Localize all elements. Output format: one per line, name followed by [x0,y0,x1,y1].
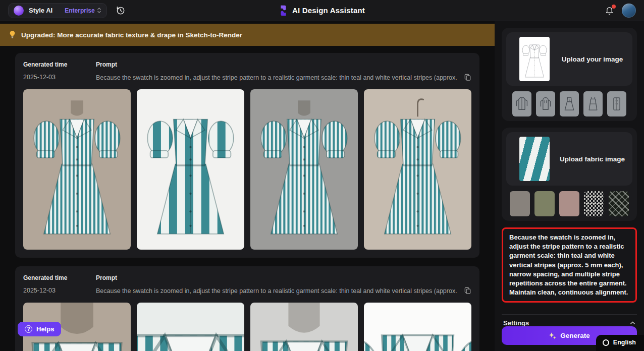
generated-time-label: Generated time [23,274,72,281]
generated-time-value: 2025-12-03 [23,287,72,294]
dress-render [137,303,244,351]
sidebar: Upload your image Upload fabric image Be… [495,21,644,351]
short-dress-sketch-thumbnail[interactable] [560,91,579,116]
notification-dot [612,5,616,9]
prompt-label: Prompt [96,61,471,68]
divider [502,314,637,315]
copy-icon [464,74,471,81]
black-white-check-thumbnail[interactable] [584,191,604,216]
upload-fabric-panel: Upload fabric image [502,128,637,221]
uploaded-fabric-thumbnail [519,137,550,181]
helps-label: Helps [36,325,54,333]
generated-image[interactable] [137,89,244,250]
topbar: Style AI Enterprise AI Design Assistant [0,0,644,21]
settings-label: Settings [503,319,529,327]
main-area: Upgraded: More accurate fabric texture &… [0,21,495,351]
plan-label: Enterprise [65,7,94,14]
history-button[interactable] [115,5,126,16]
generation-card: Generated time 2025-12-03 Prompt Because… [15,266,479,351]
copy-prompt-button[interactable] [464,287,471,295]
helps-button[interactable]: ? Helps [18,322,61,336]
card-header: Generated time 2025-12-03 Prompt Because… [23,274,471,295]
app-header: AI Design Assistant [279,0,365,21]
upload-image-panel: Upload your image [502,28,637,121]
language-selector[interactable]: English [596,335,644,351]
generated-time-value: 2025-12-03 [23,74,72,81]
page-title: AI Design Assistant [292,6,365,15]
cardigan-sketch-thumbnail[interactable] [607,91,626,116]
uploaded-sketch-thumbnail [519,37,550,81]
gray-knit-thumbnail[interactable] [510,191,530,216]
prompt-textarea[interactable]: Because the swatch is zoomed in, adjust … [502,227,637,303]
dress-render [364,303,471,351]
chevron-up-icon [630,321,635,325]
results-list: Generated time 2025-12-03 Prompt Because… [0,46,495,351]
generated-time-label: Generated time [23,61,72,68]
generate-label: Generate [560,332,590,339]
language-label: English [613,339,636,346]
generated-image[interactable] [137,303,244,351]
banner-text: Upgraded: More accurate fabric texture &… [21,31,242,39]
dress-render [137,89,244,250]
globe-icon [603,339,609,346]
prompt-text: Because the swatch is zoomed in, adjust … [509,233,629,297]
sage-crepe-thumbnail[interactable] [534,191,555,216]
plan-select[interactable]: Enterprise [65,7,101,14]
workspace-switcher[interactable]: Style AI Enterprise [8,3,107,18]
app-logo-icon [279,5,288,16]
fabric-samples-row [506,191,632,216]
dress-render [364,89,471,250]
dress-render [250,303,358,351]
dress-render [250,89,358,250]
prompt-preview: Because the swatch is zoomed in, adjust … [96,74,458,81]
upload-image-dropzone[interactable]: Upload your image [506,32,632,86]
question-icon: ? [25,325,32,333]
upload-image-label: Upload your image [557,55,628,63]
style-ai-logo-icon [14,6,24,16]
dark-plaid-thumbnail[interactable] [609,191,629,216]
jacket-sketch-thumbnail[interactable] [512,91,531,116]
generated-image[interactable] [364,303,471,351]
upload-fabric-label: Upload fabric image [557,155,628,163]
sparkle-icon [549,332,556,339]
generated-image[interactable] [250,303,358,351]
hoodie-sketch-thumbnail[interactable] [536,91,555,116]
generated-image[interactable] [250,89,358,250]
brand-name: Style AI [29,7,52,14]
generated-images-grid [23,303,471,351]
notifications-button[interactable] [605,6,614,15]
history-icon [115,5,126,16]
strap-dress-sketch-thumbnail[interactable] [583,91,603,116]
topbar-actions [605,4,636,18]
generation-card: Generated time 2025-12-03 Prompt Because… [15,53,479,258]
copy-icon [464,287,471,295]
copy-prompt-button[interactable] [464,74,471,81]
upload-fabric-dropzone[interactable]: Upload fabric image [506,132,632,186]
generated-image[interactable] [23,89,131,250]
upgrade-banner: Upgraded: More accurate fabric texture &… [0,24,495,46]
lightbulb-icon [9,30,16,39]
app-window: Style AI Enterprise AI Design Assistant … [0,0,644,351]
card-header: Generated time 2025-12-03 Prompt Because… [23,61,471,81]
blush-crepe-thumbnail[interactable] [559,191,579,216]
generated-image[interactable] [364,89,471,250]
avatar[interactable] [622,4,636,18]
sketch-samples-row [506,91,632,116]
dress-render [23,89,131,250]
prompt-label: Prompt [96,274,471,281]
select-chevrons-icon [97,7,101,14]
generated-images-grid [23,89,471,250]
prompt-preview: Because the swatch is zoomed in, adjust … [96,287,458,295]
